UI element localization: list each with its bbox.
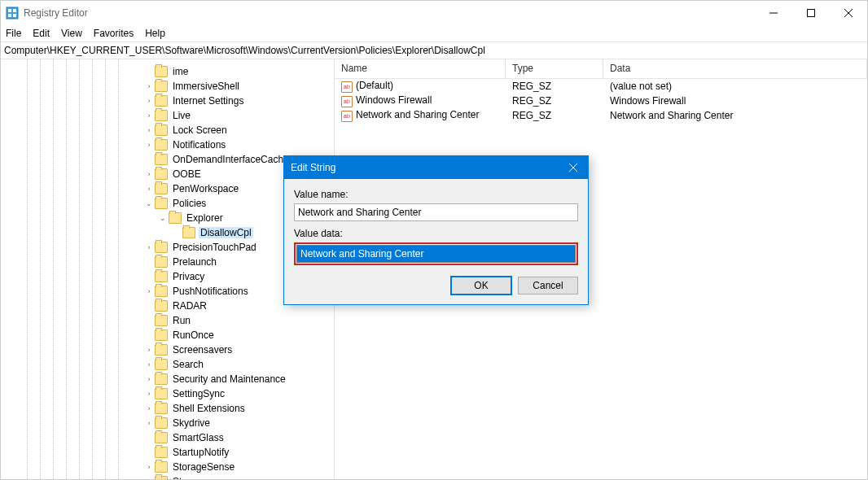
- chevron-icon[interactable]: ›: [143, 375, 155, 383]
- dialog-close-button[interactable]: [559, 156, 588, 179]
- chevron-icon[interactable]: ›: [143, 243, 155, 251]
- chevron-icon[interactable]: ›: [143, 287, 155, 295]
- value-type: REG_SZ: [506, 81, 603, 92]
- folder-icon: [155, 271, 168, 282]
- tree-item-label: StartupNotify: [171, 447, 230, 458]
- folder-icon: [155, 432, 168, 443]
- chevron-icon[interactable]: ›: [143, 82, 155, 90]
- menu-view[interactable]: View: [61, 28, 82, 39]
- tree-item[interactable]: StartupNotify: [1, 445, 334, 460]
- chevron-icon[interactable]: ›: [143, 463, 155, 471]
- edit-string-dialog: Edit String Value name: Value data: OK C…: [283, 155, 589, 305]
- cancel-button[interactable]: Cancel: [518, 277, 578, 295]
- tree-item-label: Policies: [171, 198, 208, 209]
- value-name-input[interactable]: [294, 203, 578, 221]
- chevron-icon[interactable]: ⌄: [143, 199, 155, 207]
- value-data: (value not set): [603, 81, 867, 92]
- menu-file[interactable]: File: [6, 28, 21, 39]
- tree-item[interactable]: ime: [1, 64, 334, 79]
- menubar: File Edit View Favorites Help: [1, 25, 867, 41]
- tree-item-label: Skydrive: [171, 417, 212, 429]
- tree-item[interactable]: ›Notifications: [1, 137, 334, 152]
- value-data-label: Value data:: [294, 228, 578, 239]
- tree-item-label: PushNotifications: [171, 286, 250, 297]
- chevron-icon[interactable]: ›: [143, 360, 155, 369]
- chevron-icon[interactable]: ›: [143, 419, 155, 427]
- svg-rect-6: [808, 10, 815, 17]
- chevron-icon[interactable]: ›: [143, 346, 155, 354]
- tree-item-label: OnDemandInterfaceCache: [171, 154, 291, 165]
- value-type: REG_SZ: [506, 95, 603, 107]
- col-name[interactable]: Name: [335, 59, 506, 78]
- menu-help[interactable]: Help: [145, 28, 165, 39]
- tree-item[interactable]: ›Lock Screen: [1, 123, 334, 137]
- tree-item[interactable]: ›Internet Settings: [1, 94, 334, 108]
- address-input[interactable]: [4, 45, 864, 56]
- tree-item[interactable]: ›Screensavers: [1, 343, 334, 357]
- maximize-button[interactable]: [792, 1, 830, 25]
- tree-item[interactable]: Run: [1, 313, 334, 328]
- chevron-icon[interactable]: ›: [143, 111, 155, 120]
- col-type[interactable]: Type: [506, 59, 603, 78]
- tree-item-label: Prelaunch: [171, 256, 218, 268]
- tree-item-label: Store: [171, 476, 198, 479]
- chevron-icon[interactable]: ›: [143, 404, 155, 412]
- tree-item-label: Privacy: [171, 271, 206, 282]
- string-value-icon: ab: [341, 81, 353, 93]
- folder-icon: [155, 242, 168, 253]
- chevron-icon[interactable]: ⌄: [157, 214, 169, 222]
- svg-rect-2: [13, 9, 16, 12]
- chevron-icon[interactable]: ›: [143, 478, 155, 479]
- tree-item[interactable]: ›Live: [1, 108, 334, 123]
- regedit-icon: [6, 7, 19, 20]
- svg-rect-4: [13, 14, 16, 17]
- tree-item-label: Run: [171, 315, 192, 326]
- tree-item-label: DisallowCpl: [199, 227, 253, 238]
- tree-item[interactable]: ›Search: [1, 357, 334, 372]
- tree-item[interactable]: RunOnce: [1, 328, 334, 343]
- menu-edit[interactable]: Edit: [33, 28, 50, 39]
- tree-item[interactable]: ›Store: [1, 474, 334, 479]
- chevron-icon[interactable]: ›: [143, 390, 155, 398]
- folder-icon: [155, 81, 168, 92]
- folder-icon: [155, 403, 168, 414]
- menu-favorites[interactable]: Favorites: [94, 28, 134, 39]
- folder-icon: [155, 95, 168, 107]
- tree-item[interactable]: ›StorageSense: [1, 460, 334, 474]
- tree-item[interactable]: ›SettingSync: [1, 386, 334, 401]
- minimize-button[interactable]: [755, 1, 792, 25]
- tree-item[interactable]: ›Shell Extensions: [1, 401, 334, 416]
- tree-item[interactable]: SmartGlass: [1, 430, 334, 445]
- tree-item-label: Lock Screen: [171, 124, 229, 136]
- tree-item[interactable]: ›ImmersiveShell: [1, 79, 334, 94]
- tree-item-label: Explorer: [185, 212, 225, 224]
- value-data-input[interactable]: [296, 245, 576, 263]
- value-row[interactable]: abWindows FirewallREG_SZWindows Firewall: [335, 94, 867, 108]
- value-row[interactable]: ab(Default)REG_SZ(value not set): [335, 79, 867, 94]
- folder-icon: [155, 286, 168, 297]
- value-name: (Default): [356, 80, 393, 91]
- tree-item-label: Security and Maintenance: [171, 373, 287, 385]
- value-data-highlight: [294, 242, 578, 265]
- svg-rect-3: [8, 14, 11, 17]
- tree-item[interactable]: ›Skydrive: [1, 416, 334, 430]
- folder-icon: [155, 139, 168, 151]
- folder-icon: [155, 124, 168, 136]
- tree-item-label: SmartGlass: [171, 432, 226, 443]
- tree-item[interactable]: ›Security and Maintenance: [1, 372, 334, 386]
- chevron-icon[interactable]: ›: [143, 170, 155, 178]
- folder-icon: [155, 388, 168, 399]
- chevron-icon[interactable]: ›: [143, 97, 155, 105]
- chevron-icon[interactable]: ›: [143, 185, 155, 193]
- value-row[interactable]: abNetwork and Sharing CenterREG_SZNetwor…: [335, 108, 867, 123]
- folder-icon: [169, 212, 182, 224]
- col-data[interactable]: Data: [603, 59, 867, 78]
- close-button[interactable]: [830, 1, 867, 25]
- chevron-icon[interactable]: ›: [143, 141, 155, 149]
- folder-icon: [155, 329, 168, 341]
- ok-button[interactable]: OK: [451, 277, 511, 295]
- chevron-icon[interactable]: ›: [143, 126, 155, 134]
- window-title: Registry Editor: [24, 7, 88, 19]
- tree-item-label: RunOnce: [171, 329, 216, 341]
- dialog-titlebar[interactable]: Edit String: [284, 156, 588, 179]
